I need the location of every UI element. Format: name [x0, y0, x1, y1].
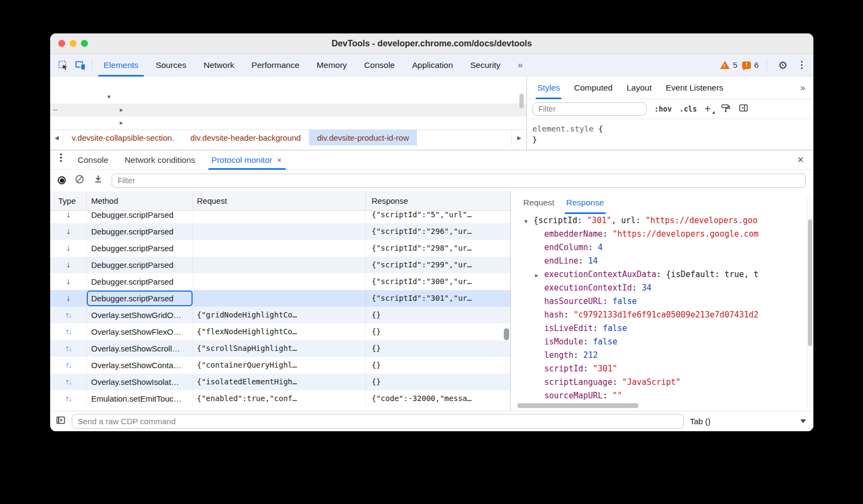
save-button[interactable] [93, 174, 103, 187]
main-menu-kebab-icon[interactable] [797, 59, 807, 72]
disclosure-triangle-icon[interactable]: ▼ [107, 91, 111, 103]
method-cell[interactable]: Overlay.setShowGridO… [87, 307, 193, 323]
protocol-message-row[interactable]: ↓ Debugger.scriptParsed {"scriptId":"301… [50, 290, 510, 307]
element-style-rule[interactable]: element.style { } [527, 119, 813, 145]
method-cell[interactable]: Emulation.setEmitTouc… [87, 390, 193, 407]
more-styles-tabs-icon[interactable]: » [800, 82, 813, 93]
breadcrumb-item[interactable]: div.devsite-header-background [182, 130, 309, 146]
detail-tab-response[interactable]: Response [560, 191, 610, 214]
tab-network[interactable]: Network [195, 54, 243, 77]
rendering-emulations-button[interactable] [721, 103, 731, 115]
method-cell[interactable]: Debugger.scriptParsed [87, 211, 193, 223]
protocol-message-row[interactable]: ↑↓ Overlay.setShowConta… {"containerQuer… [50, 357, 510, 374]
method-cell[interactable]: Debugger.scriptParsed [87, 223, 193, 240]
scrollbar-thumb[interactable] [808, 219, 812, 346]
disclosure-triangle-icon[interactable]: ▶ [120, 103, 123, 116]
drawer-tab-network-conditions[interactable]: Network conditions [117, 150, 203, 170]
zoom-window-button[interactable] [81, 40, 88, 47]
drawer-tab-protocol-monitor[interactable]: Protocol monitor× [203, 150, 290, 170]
tab-elements[interactable]: Elements [95, 54, 147, 77]
protocol-filter-input[interactable] [112, 174, 806, 188]
json-tree-line[interactable]: executionContextId: 34 [511, 281, 805, 295]
styles-filter-input[interactable] [532, 102, 647, 116]
method-cell[interactable]: Debugger.scriptParsed [87, 257, 193, 273]
json-tree-line[interactable]: hash: "c9792133d1fe6f91ca05009e213e7d074… [511, 308, 805, 322]
close-drawer-icon[interactable]: ✕ [797, 155, 813, 165]
tab-sources[interactable]: Sources [147, 54, 195, 77]
device-toolbar-button[interactable] [72, 57, 89, 74]
json-tree-line[interactable]: endLine: 14 [511, 254, 805, 268]
record-button[interactable] [58, 176, 66, 184]
json-tree-line[interactable]: isLiveEdit: false [511, 322, 805, 335]
table-scrollbar-thumb[interactable] [504, 328, 509, 340]
method-cell[interactable]: Overlay.setShowFlexO… [87, 323, 193, 340]
protocol-message-row[interactable]: ↑↓ Overlay.setShowScroll… {"scrollSnapHi… [50, 340, 510, 357]
json-tree-line[interactable]: scriptLanguage: "JavaScript" [511, 376, 805, 389]
dom-tree-node[interactable]: " style="transform: translate3d(0px, -72… [50, 78, 526, 91]
dom-tree-node[interactable]: ⋯ ▶ <div class="devsite-product-id-row">… [50, 103, 526, 116]
json-tree-line[interactable]: sourceMapURL: "" [511, 389, 805, 402]
close-window-button[interactable] [58, 40, 65, 47]
dom-tree-node[interactable]: ▼ <div class="devsite-header-background"… [50, 91, 526, 103]
more-panels-icon[interactable]: » [509, 60, 531, 71]
table-column-header[interactable]: Request [193, 191, 366, 210]
protocol-message-row[interactable]: ↑↓ Emulation.setEmitTouc… {"enabled":tru… [50, 390, 510, 407]
dom-tree-node[interactable]: ▶ <div class="devsite-doc-set-nav-row">…… [50, 116, 526, 129]
breadcrumb-back-icon[interactable]: ◀ [50, 130, 64, 146]
method-cell[interactable]: Overlay.setShowScroll… [87, 340, 193, 357]
tab-security[interactable]: Security [462, 54, 509, 77]
json-tree-line[interactable]: hasSourceURL: false [511, 295, 805, 308]
detail-tab-request[interactable]: Request [517, 191, 560, 214]
protocol-message-row[interactable]: ↓ Debugger.scriptParsed {"scriptId":"298… [50, 240, 510, 257]
target-selector[interactable]: Tab () [690, 417, 806, 426]
breadcrumb-forward-icon[interactable]: ▶ [511, 130, 526, 146]
issues-indicator[interactable]: ! 6 [742, 60, 758, 70]
protocol-message-row[interactable]: ↓ Debugger.scriptParsed {"scriptId":"296… [50, 223, 510, 240]
show-target-sidebar-button[interactable] [56, 415, 66, 427]
json-tree-line[interactable]: endColumn: 4 [511, 241, 805, 254]
json-tree-line[interactable]: embedderName: "https://developers.google… [511, 227, 805, 241]
protocol-message-row[interactable]: ↓ Debugger.scriptParsed {"scriptId":"300… [50, 273, 510, 290]
tab-application[interactable]: Application [403, 54, 462, 77]
dom-tree-scrollbar[interactable] [519, 94, 524, 108]
protocol-message-row[interactable]: ↓ Debugger.scriptParsed {"scriptId":"299… [50, 257, 510, 273]
drawer-tab-console[interactable]: Console [70, 150, 117, 170]
protocol-message-row[interactable]: ↑↓ Overlay.setShowGridO… {"gridNodeHighl… [50, 307, 510, 323]
new-style-rule-button[interactable]: + [704, 105, 713, 113]
tab-performance[interactable]: Performance [243, 54, 308, 77]
clear-button[interactable] [74, 174, 85, 187]
tab-console[interactable]: Console [355, 54, 403, 77]
protocol-message-row[interactable]: ↑↓ Overlay.setShowIsolat… {"isolatedElem… [50, 374, 510, 390]
breadcrumb-item[interactable]: div.devsite-product-id-row [309, 130, 417, 146]
styles-tab-layout[interactable]: Layout [620, 77, 659, 99]
inspect-element-button[interactable] [54, 57, 72, 74]
warnings-indicator[interactable]: ! 5 [720, 60, 737, 70]
computed-panel-toggle-button[interactable] [738, 103, 749, 115]
styles-tab-computed[interactable]: Computed [567, 77, 620, 99]
method-cell[interactable]: Debugger.scriptParsed [87, 273, 193, 290]
json-tree-line[interactable]: ▶executionContextAuxData: {isDefault: tr… [511, 268, 805, 281]
styles-tab-styles[interactable]: Styles [530, 77, 567, 99]
method-cell[interactable]: Overlay.setShowConta… [87, 357, 193, 374]
drawer-menu-kebab-icon[interactable] [52, 151, 70, 169]
element-classes-button[interactable]: .cls [680, 105, 697, 113]
method-cell[interactable]: Debugger.scriptParsed [87, 291, 193, 306]
detail-vertical-scrollbar[interactable] [807, 198, 813, 408]
cdp-command-input[interactable] [72, 414, 684, 429]
settings-gear-icon[interactable]: ⚙ [775, 57, 792, 74]
table-column-header[interactable]: Type [50, 191, 87, 210]
disclosure-triangle-icon[interactable]: ▶ [535, 268, 544, 282]
method-cell[interactable]: Debugger.scriptParsed [87, 240, 193, 257]
protocol-message-row[interactable]: ↓ Debugger.scriptParsed {"scriptId":"5",… [50, 211, 510, 223]
table-column-header[interactable]: Method [87, 191, 193, 210]
disclosure-triangle-icon[interactable]: ▼ [524, 215, 533, 228]
json-tree-line[interactable]: length: 212 [511, 349, 805, 362]
tab-memory[interactable]: Memory [308, 54, 355, 77]
method-cell[interactable]: Overlay.setShowIsolat… [87, 374, 193, 390]
toggle-element-state-button[interactable]: :hov [654, 105, 672, 113]
breadcrumb-item[interactable]: v.devsite-collapsible-section. [64, 130, 182, 146]
protocol-message-row[interactable]: ↑↓ Overlay.setShowFlexO… {"flexNodeHighl… [50, 323, 510, 340]
minimize-window-button[interactable] [70, 40, 77, 47]
tab-close-icon[interactable]: × [277, 156, 282, 164]
json-tree-line[interactable]: scriptId: "301" [511, 362, 805, 376]
